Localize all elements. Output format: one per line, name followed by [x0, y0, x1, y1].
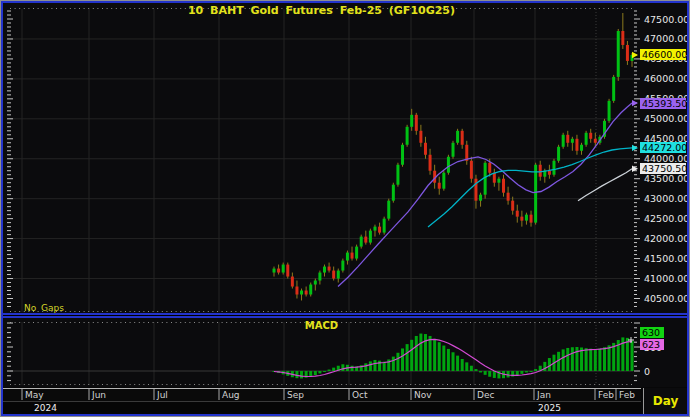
instrument-title: 10 BAHT Gold Futures Feb-25 (GF10G25)	[10, 4, 633, 17]
month-label: May	[25, 390, 44, 400]
chart-window: 10 BAHT Gold Futures Feb-25 (GF10G25) No…	[0, 0, 690, 417]
year-label: 2025	[538, 403, 561, 413]
year-label: 2024	[34, 403, 57, 413]
month-label: Oct	[352, 390, 368, 400]
interval-day-button[interactable]: Day	[643, 388, 687, 414]
price-axis[interactable]	[638, 3, 687, 387]
month-label: Aug	[222, 390, 240, 400]
month-label: Feb	[619, 390, 635, 400]
no-gaps-mode-label: No Gaps	[24, 303, 64, 313]
month-label: Nov	[414, 390, 432, 400]
month-label: Sep	[287, 390, 304, 400]
month-label: Dec	[477, 390, 494, 400]
macd-label: MACD	[10, 320, 633, 331]
panel-separator[interactable]	[3, 313, 687, 318]
month-label: Feb	[598, 390, 614, 400]
month-label: Jan	[537, 390, 551, 400]
month-label: Jul	[157, 390, 168, 400]
month-label: Jun	[92, 390, 106, 400]
interval-label: Day	[653, 394, 679, 408]
price-chart-panel[interactable]	[3, 3, 687, 313]
